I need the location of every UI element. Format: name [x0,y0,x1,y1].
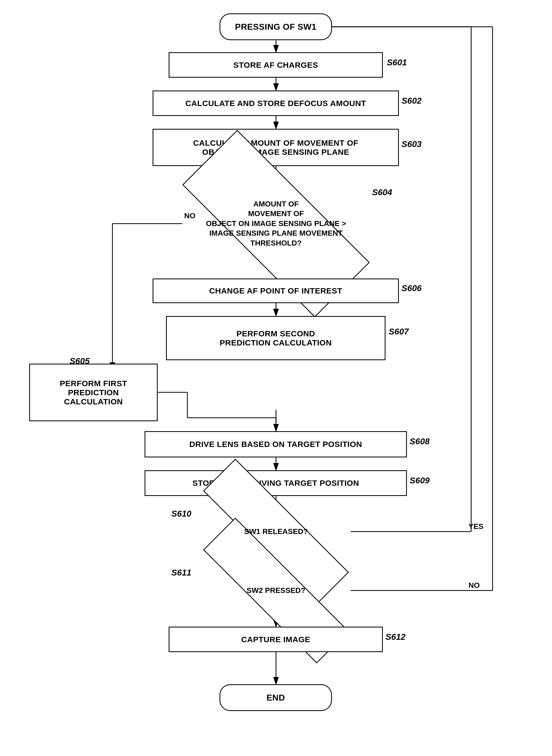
s601-process: STORE AF CHARGES [169,52,383,78]
s612-process: CAPTURE IMAGE [169,627,383,652]
s607-label: PERFORM SECOND PREDICTION CALCULATION [220,329,332,347]
s606-step: S606 [402,283,422,293]
s612-label: CAPTURE IMAGE [241,635,310,644]
s609-step: S609 [410,476,430,486]
s603-step: S603 [402,139,422,149]
no-label-s611: NO [468,581,480,590]
s604-decision: AMOUNT OFMOVEMENT OFOBJECT ON IMAGE SENS… [182,185,370,262]
s605-process: PERFORM FIRST PREDICTION CALCULATION [29,364,158,421]
s607-step: S607 [389,327,409,337]
s611-decision: SW2 PRESSED? [196,568,356,613]
s604-step: S604 [372,187,392,198]
start-terminal: PRESSING OF SW1 [220,13,332,40]
yes-label-s610: YES [468,522,484,530]
s606-process: CHANGE AF POINT OF INTEREST [153,278,399,303]
s607-process: PERFORM SECOND PREDICTION CALCULATION [166,316,386,360]
s602-label: CALCULATE AND STORE DEFOCUS AMOUNT [185,99,366,108]
s602-step: S602 [402,96,422,106]
s609-process: STORE LENS DRIVING TARGET POSITION [145,470,407,496]
s610-step: S610 [171,509,191,519]
s601-label: STORE AF CHARGES [234,60,318,70]
s610-text: SW1 RELEASED? [243,525,309,538]
s601-step: S601 [387,57,407,68]
s605-label: PERFORM FIRST PREDICTION CALCULATION [60,379,127,406]
s603-process: CALCULATE AMOUNT OF MOVEMENT OF OBJECT O… [153,129,399,166]
s605-step: S605 [70,356,90,366]
s611-text: SW2 PRESSED? [245,584,306,597]
s602-process: CALCULATE AND STORE DEFOCUS AMOUNT [153,91,399,116]
s611-step: S611 [171,568,191,578]
end-label: END [266,693,285,703]
s608-step: S608 [410,436,430,447]
end-terminal: END [220,684,332,711]
start-label: PRESSING OF SW1 [235,22,316,32]
flowchart: NO YES YES NO NO YES PRESSING OF SW1 STO… [0,0,552,756]
s606-label: CHANGE AF POINT OF INTEREST [209,286,342,295]
s604-text: AMOUNT OFMOVEMENT OFOBJECT ON IMAGE SENS… [204,198,348,249]
s608-label: DRIVE LENS BASED ON TARGET POSITION [189,440,362,449]
s608-process: DRIVE LENS BASED ON TARGET POSITION [145,431,407,458]
s612-step: S612 [386,632,406,642]
